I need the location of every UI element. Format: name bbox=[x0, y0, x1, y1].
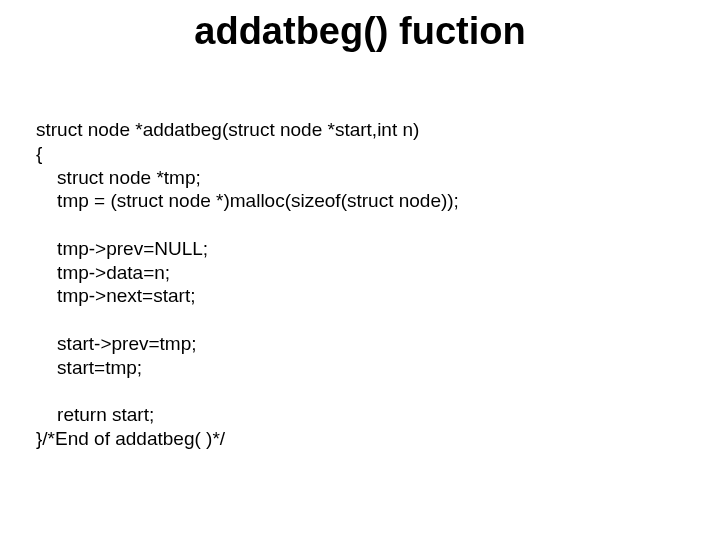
code-line: struct node *addatbeg(struct node *start… bbox=[36, 119, 419, 140]
code-line: tmp->data=n; bbox=[36, 262, 170, 283]
code-line: start=tmp; bbox=[36, 357, 142, 378]
code-line: }/*End of addatbeg( )*/ bbox=[36, 428, 225, 449]
code-line: { bbox=[36, 143, 42, 164]
slide-title: addatbeg() fuction bbox=[0, 10, 720, 53]
code-line: struct node *tmp; bbox=[36, 167, 201, 188]
code-line: tmp = (struct node *)malloc(sizeof(struc… bbox=[36, 190, 459, 211]
code-block: struct node *addatbeg(struct node *start… bbox=[36, 118, 459, 451]
code-line: tmp->next=start; bbox=[36, 285, 195, 306]
slide: addatbeg() fuction struct node *addatbeg… bbox=[0, 0, 720, 540]
code-line: return start; bbox=[36, 404, 154, 425]
code-line: tmp->prev=NULL; bbox=[36, 238, 208, 259]
code-line: start->prev=tmp; bbox=[36, 333, 197, 354]
